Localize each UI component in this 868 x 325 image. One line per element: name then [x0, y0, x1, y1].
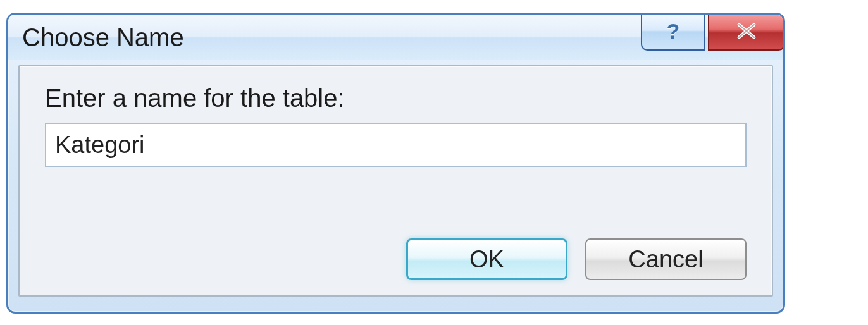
cancel-button[interactable]: Cancel [585, 238, 747, 280]
table-name-input[interactable] [45, 123, 747, 167]
cancel-button-label: Cancel [628, 246, 703, 273]
ok-button[interactable]: OK [406, 238, 567, 280]
close-icon [734, 21, 759, 40]
close-button[interactable] [708, 13, 785, 51]
help-button[interactable]: ? [641, 13, 705, 51]
prompt-label: Enter a name for the table: [45, 84, 747, 113]
content-area: Enter a name for the table: OK Cancel [18, 65, 773, 297]
button-row: OK Cancel [45, 223, 747, 280]
titlebar: Choose Name ? [8, 15, 783, 60]
ok-button-label: OK [469, 246, 504, 273]
choose-name-dialog: Choose Name ? Enter a name for the table… [6, 13, 785, 314]
dialog-title: Choose Name [22, 23, 184, 52]
help-icon: ? [667, 19, 680, 44]
titlebar-buttons: ? [641, 13, 785, 51]
